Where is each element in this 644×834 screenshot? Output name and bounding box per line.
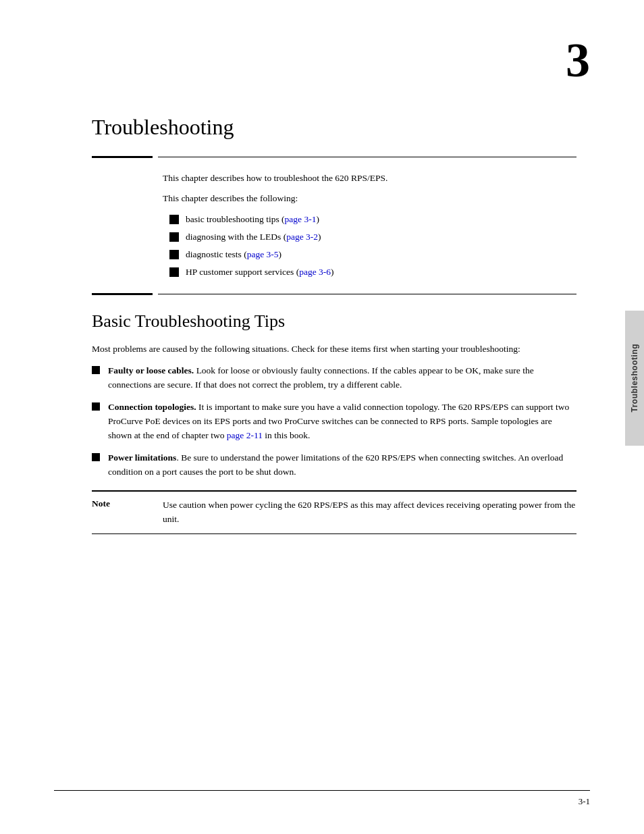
page-number: 3-1 xyxy=(0,796,590,807)
footer-rule xyxy=(54,790,590,791)
body-list-item-1-text: Faulty or loose cables. Look for loose o… xyxy=(108,364,576,392)
mid-rule-right-thin xyxy=(158,294,576,294)
bold-cables: Faulty or loose cables. xyxy=(108,365,194,375)
list-item-text: HP customer support services (page 3-6) xyxy=(186,265,334,279)
mid-rule-left-thick xyxy=(92,293,153,295)
link-page3-2[interactable]: page 3-2 xyxy=(286,232,318,242)
bold-power: Power limitations xyxy=(108,452,176,463)
note-text: Use caution when power cycling the 620 R… xyxy=(163,498,576,527)
section1-heading: Basic Troubleshooting Tips xyxy=(92,311,576,332)
link-page3-5[interactable]: page 3-5 xyxy=(247,249,279,259)
list-item-text: diagnosing with the LEDs (page 3-2) xyxy=(186,230,321,244)
top-rule xyxy=(92,156,576,158)
bullet-icon xyxy=(169,232,179,242)
chapter-title: Troubleshooting xyxy=(92,115,576,140)
body-section: Most problems are caused by the followin… xyxy=(92,342,576,479)
intro-line1: This chapter describes how to troublesho… xyxy=(163,172,576,185)
side-tab: Troubleshooting xyxy=(625,311,644,446)
body-list-item-3-text: Power limitations. Be sure to understand… xyxy=(108,451,576,479)
link-page2-11[interactable]: page 2-11 xyxy=(227,430,263,440)
list-item: HP customer support services (page 3-6) xyxy=(169,265,576,279)
body-list-item-1: Faulty or loose cables. Look for loose o… xyxy=(92,364,576,392)
side-tab-label: Troubleshooting xyxy=(630,344,639,413)
rule-left-thick xyxy=(92,156,153,158)
intro-section: This chapter describes how to troublesho… xyxy=(163,172,576,280)
mid-rule xyxy=(92,293,576,295)
bullet-icon xyxy=(92,402,100,411)
intro-line2: This chapter describes the following: xyxy=(163,192,576,205)
rule-right-thin xyxy=(158,157,576,157)
body-list-item-3: Power limitations. Be sure to understand… xyxy=(92,451,576,479)
page-footer: 3-1 xyxy=(0,790,644,807)
link-page3-6[interactable]: page 3-6 xyxy=(299,267,331,277)
bullet-icon xyxy=(169,267,179,277)
page: 3 Troubleshooting This chapter describes… xyxy=(0,0,644,834)
intro-list: basic troubleshooting tips (page 3-1) di… xyxy=(169,213,576,280)
note-label: Note xyxy=(92,498,153,509)
list-item: diagnostic tests (page 3-5) xyxy=(169,248,576,261)
bullet-icon xyxy=(92,366,100,374)
link-page3-1[interactable]: page 3-1 xyxy=(285,214,317,224)
body-list-item-2-text: Connection topologies. It is important t… xyxy=(108,400,576,443)
body-intro: Most problems are caused by the followin… xyxy=(92,342,576,357)
bullet-icon xyxy=(92,453,100,461)
list-item: basic troubleshooting tips (page 3-1) xyxy=(169,213,576,226)
main-content: Troubleshooting This chapter describes h… xyxy=(92,0,576,834)
bold-topologies: Connection topologies. xyxy=(108,402,196,412)
list-item-text: diagnostic tests (page 3-5) xyxy=(186,248,281,261)
list-item-text: basic troubleshooting tips (page 3-1) xyxy=(186,213,319,226)
list-item: diagnosing with the LEDs (page 3-2) xyxy=(169,230,576,244)
body-list: Faulty or loose cables. Look for loose o… xyxy=(92,364,576,479)
bullet-icon xyxy=(169,215,179,224)
note-section: Note Use caution when power cycling the … xyxy=(92,490,576,534)
bullet-icon xyxy=(169,250,179,259)
body-list-item-2: Connection topologies. It is important t… xyxy=(92,400,576,443)
